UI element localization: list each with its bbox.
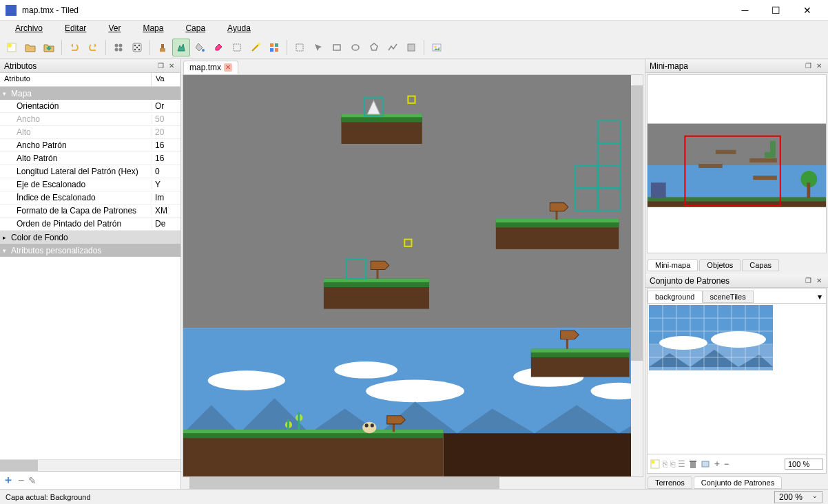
undo-button[interactable] [65,39,83,56]
menu-editar[interactable]: Editar [54,22,97,34]
svg-point-43 [365,423,369,427]
svg-point-2 [115,43,118,47]
canvas-vscroll[interactable] [631,75,643,476]
add-property-button[interactable]: ＋ [3,473,14,487]
tab-objetos[interactable]: Objetos [699,259,741,271]
svg-rect-54 [324,279,429,282]
menu-ayuda[interactable]: Ayuda [216,22,262,34]
import-tileset-button[interactable]: ⎘ [663,459,667,469]
eraser-tool[interactable] [209,39,227,56]
svg-point-5 [119,48,123,51]
svg-rect-81 [770,147,776,152]
image-layer-tool[interactable] [428,39,446,56]
redo-button[interactable] [84,39,102,56]
select-objects-tool[interactable] [291,39,309,56]
stamp-tool[interactable] [154,39,172,56]
tileset-properties-button[interactable]: ☰ [678,459,685,469]
svg-rect-18 [275,43,278,47]
prop-color-fondo[interactable]: ▸Color de Fondo [0,231,180,244]
prop-render-order[interactable]: Orden de Pintado del PatrónDe [0,218,180,231]
fill-tool[interactable] [191,39,209,56]
prop-stagger-index[interactable]: Índice de EscalonadoIm [0,191,180,204]
svg-point-7 [134,44,136,45]
properties-panel-title: Atributos ❐ ✕ [0,59,180,73]
new-file-button[interactable] [3,39,21,56]
right-dock: Mini-mapa ❐ ✕ [645,59,828,489]
canvas-hscroll[interactable] [183,477,643,489]
same-tile-tool[interactable] [265,39,283,56]
menu-ver[interactable]: Ver [97,22,132,34]
prop-orientacion[interactable]: OrientaciónOr [0,100,180,113]
prop-layer-format[interactable]: Formato de la Capa de PatronesXM [0,204,180,218]
maximize-button[interactable]: ☐ [760,0,791,20]
svg-rect-106 [702,461,709,467]
menu-archivo[interactable]: Archivo [4,22,54,34]
save-file-button[interactable] [40,39,58,56]
command-button[interactable] [110,39,127,56]
prop-group-custom[interactable]: ▾Atributos personalizados [0,244,180,257]
svg-point-11 [138,48,140,50]
new-tileset-button[interactable] [650,459,660,469]
edit-objects-tool[interactable] [309,39,327,56]
minimize-button[interactable]: ─ [729,0,760,20]
prop-hex-length[interactable]: Longitud Lateral del Patrón (Hex)0 [0,165,180,178]
remove-tiles-button[interactable]: − [724,459,729,469]
export-tileset-button[interactable]: ⎗ [670,459,675,469]
menu-capa[interactable]: Capa [174,22,216,34]
panel-float-icon[interactable]: ❐ [156,61,165,71]
remove-property-button[interactable]: − [18,474,24,487]
close-button[interactable]: ✕ [791,0,822,20]
prop-ancho-patron[interactable]: Ancho Patrón16 [0,139,180,152]
main-toolbar [0,36,828,59]
add-tiles-button[interactable]: ＋ [713,458,721,470]
file-tab[interactable]: map.tmx ✕ [183,61,238,74]
minimap-tabs: Mini-mapa Objetos Capas [645,256,828,271]
tileset-dropdown-icon[interactable]: ▾ [814,291,826,303]
svg-rect-78 [749,158,777,162]
svg-rect-39 [287,419,289,430]
prop-stagger-axis[interactable]: Eje de EscalonadoY [0,178,180,191]
svg-point-31 [366,380,464,403]
polygon-object-tool[interactable] [365,39,383,56]
tab-terrenos[interactable]: Terrenos [648,476,692,489]
ellipse-object-tool[interactable] [346,39,364,56]
prop-alto-patron[interactable]: Alto Patrón16 [0,152,180,165]
svg-point-44 [371,423,374,427]
menu-mapa[interactable]: Mapa [132,22,174,34]
map-canvas[interactable] [183,74,643,477]
minimap-view[interactable] [647,74,827,253]
svg-rect-69 [531,349,630,353]
prop-group-mapa[interactable]: ▾Mapa [0,87,180,100]
minimap-close-icon[interactable]: ✕ [814,61,824,71]
minimap-float-icon[interactable]: ❐ [803,61,813,71]
random-button[interactable] [128,39,146,56]
rect-object-tool[interactable] [328,39,346,56]
menubar: Archivo Editar Ver Mapa Capa Ayuda [0,21,828,36]
tileset-float-icon[interactable]: ❐ [803,276,813,286]
svg-point-3 [119,43,123,47]
tab-minimapa[interactable]: Mini-mapa [648,259,698,271]
tileset-close-icon[interactable]: ✕ [814,276,824,286]
tab-conjunto-patrones[interactable]: Conjunto de Patrones [694,476,782,489]
tileset-tab-background[interactable]: background [648,291,703,303]
tile-object-tool[interactable] [402,39,420,56]
edit-tileset-button[interactable] [701,459,710,469]
tileset-zoom[interactable]: 100 % [785,459,823,470]
wand-tool[interactable] [247,39,265,56]
delete-tileset-button[interactable] [688,459,698,469]
tab-capas[interactable]: Capas [742,259,779,271]
svg-rect-79 [753,176,777,180]
terrain-tool[interactable] [172,39,190,56]
close-tab-icon[interactable]: ✕ [224,63,232,72]
edit-property-button[interactable]: ✎ [28,475,37,486]
svg-rect-22 [333,45,340,50]
tileset-view[interactable] [648,304,826,454]
svg-rect-85 [651,182,666,198]
open-file-button[interactable] [21,39,39,56]
rect-select-tool[interactable] [228,39,246,56]
zoom-combo[interactable]: 200 %⌄ [774,491,822,503]
panel-close-icon[interactable]: ✕ [167,61,176,71]
properties-hscroll[interactable] [0,459,180,471]
polyline-object-tool[interactable] [384,39,402,56]
tileset-tab-scenetiles[interactable]: sceneTiles [703,291,754,303]
